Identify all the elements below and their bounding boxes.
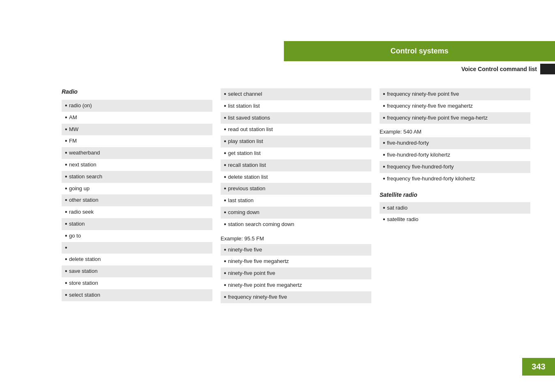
satellite-title: Satellite radio [380,191,530,198]
chapter-title: Control systems [390,47,448,55]
list-item: •station [62,218,212,230]
bullet-icon: • [221,293,228,302]
bullet-icon: • [62,220,69,228]
list-item: •sat radio [380,202,530,214]
list-item: •recall station list [221,159,371,171]
bullet-icon: • [62,267,69,276]
list-item: •list station list [221,100,371,112]
list-item: •radio seek [62,206,212,218]
bullet-icon: • [62,137,69,145]
bullet-icon: • [62,244,69,252]
page: Control systems Voice Control command li… [0,0,555,392]
bullet-icon: • [221,196,228,205]
list-item: •delete station list [221,171,371,183]
bullet-icon: • [62,161,69,169]
list-item: •go to [62,230,212,242]
list-item: •MW [62,124,212,136]
page-number: 343 [522,358,555,376]
bullet-icon: • [221,173,228,182]
bullet-icon: • [62,101,69,110]
list-item: •ninety-five five megahertz [221,256,371,267]
list-item: •previous station [221,183,371,195]
list-item: •FM [62,135,212,147]
example2-label: Example: 540 AM [380,129,530,135]
subtitle-bar: Voice Control command list [284,61,555,77]
station-list-top: •select channel•list station list•list s… [221,88,371,231]
column-frequency: •frequency ninety-five point five•freque… [380,88,530,303]
list-item: •read out station list [221,124,371,136]
list-item: •station search coming down [221,219,371,231]
bullet-icon: • [62,184,69,193]
list-item: •frequency five-hundred-forty kilohertz [380,173,530,185]
satellite-list: •sat radio•satellite radio [380,202,530,226]
list-item: •store station [62,277,212,289]
list-item: •ninety-five point five megahertz [221,279,371,291]
list-item: •frequency ninety-five five [221,291,371,303]
bullet-icon: • [221,184,228,193]
bullet-icon: • [62,208,69,217]
bullet-icon: • [221,257,228,266]
bullet-icon: • [380,151,387,159]
bullet-icon: • [380,175,387,183]
list-item: •ninety-five point five [221,267,371,279]
list-item: •frequency ninety-five point five mega-h… [380,112,530,124]
bullet-icon: • [221,220,228,229]
list-item: •play station list [221,136,371,148]
bullet-icon: • [221,281,228,290]
bullet-icon: • [221,114,228,122]
radio-section-title: Radio [62,88,212,95]
example1-label: Example: 95.5 FM [221,235,371,242]
list-item: •other station [62,194,212,206]
list-item: •last station [221,195,371,207]
list-item: •satellite radio [380,214,530,226]
bullet-icon: • [221,269,228,278]
bullet-icon: • [380,204,387,212]
bullet-icon: • [380,139,387,148]
header-section: Control systems Voice Control command li… [284,41,555,77]
black-box-decoration [540,64,555,74]
bullet-icon: • [221,125,228,134]
bullet-icon: • [62,125,69,134]
content-area: Radio •radio (on)•AM•MW•FM•weatherband•n… [62,88,530,303]
bullet-icon: • [221,137,228,146]
list-item: •next station [62,159,212,171]
list-item: •get station list [221,148,371,159]
list-item: • [62,242,212,254]
bullet-icon: • [62,232,69,240]
list-item: •save station [62,265,212,277]
bullet-icon: • [62,113,69,122]
green-bar: Control systems [284,41,555,61]
list-item: •AM [62,112,212,124]
list-item: •select station [62,289,212,301]
bullet-icon: • [380,114,387,122]
bullet-icon: • [62,196,69,205]
bullet-icon: • [221,246,228,254]
bullet-icon: • [62,255,69,264]
bullet-icon: • [62,279,69,288]
list-item: •five-hundred-forty [380,137,530,149]
bullet-icon: • [62,149,69,157]
example2-list: •five-hundred-forty•five-hundred-forty k… [380,137,530,184]
radio-list: •radio (on)•AM•MW•FM•weatherband•next st… [62,100,212,301]
list-item: •station search [62,171,212,183]
list-item: •delete station [62,254,212,265]
list-item: •ninety-five five [221,244,371,256]
bullet-icon: • [62,173,69,181]
frequency-top-list: •frequency ninety-five point five•freque… [380,88,530,124]
bullet-icon: • [221,149,228,158]
bullet-icon: • [380,102,387,111]
list-item: •five-hundred-forty kilohertz [380,149,530,161]
bullet-icon: • [221,102,228,111]
list-item: •coming down [221,207,371,219]
bullet-icon: • [221,208,228,217]
bullet-icon: • [380,90,387,99]
bullet-icon: • [62,291,69,300]
list-item: •radio (on) [62,100,212,112]
subtitle-text: Voice Control command list [461,66,537,72]
list-item: •frequency ninety-five point five [380,88,530,100]
column-radio: Radio •radio (on)•AM•MW•FM•weatherband•n… [62,88,221,303]
bullet-icon: • [380,215,387,224]
list-item: •list saved stations [221,112,371,124]
example1-list: •ninety-five five•ninety-five five megah… [221,244,371,303]
list-item: •select channel [221,88,371,100]
